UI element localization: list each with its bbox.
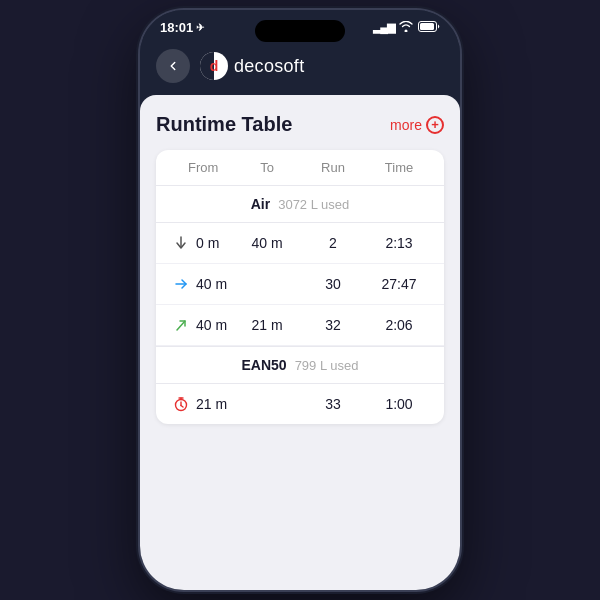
battery-icon [418,21,440,35]
wifi-icon [399,21,413,35]
table-row: 0 m 40 m 2 2:13 [156,223,444,264]
status-time: 18:01 ✈ [160,20,204,35]
from-value-4: 21 m [196,396,227,412]
section-sub-air: 3072 L used [278,197,349,212]
status-icons: ▂▄▆ [373,21,440,35]
cell-run-3: 32 [300,317,366,333]
cell-run-4: 33 [300,396,366,412]
section-sub-ean50: 799 L used [295,358,359,373]
section-label-air: Air [251,196,270,212]
cell-run-2: 30 [300,276,366,292]
app-name: decosoft [234,56,304,77]
cell-from-2: 40 m [168,275,234,293]
from-value-1: 0 m [196,235,219,251]
cell-time-3: 2:06 [366,317,432,333]
more-button[interactable]: more + [390,116,444,134]
table-row: 21 m 33 1:00 [156,384,444,424]
col-header-to: To [234,160,300,175]
cell-time-4: 1:00 [366,396,432,412]
ascent-icon [172,316,190,334]
col-header-time: Time [366,160,432,175]
more-label: more [390,117,422,133]
clock-time: 18:01 [160,20,193,35]
svg-rect-1 [420,23,434,30]
table-row: 40 m 21 m 32 2:06 [156,305,444,346]
cell-run-1: 2 [300,235,366,251]
col-header-from: From [168,160,234,175]
cell-from-4: 21 m [168,395,234,413]
svg-line-7 [181,406,183,408]
signal-icon: ▂▄▆ [373,21,394,34]
section-ean50: EAN50 799 L used [156,346,444,384]
cell-from-1: 0 m [168,234,234,252]
nav-bar: d decosoft [140,41,460,95]
cell-time-1: 2:13 [366,235,432,251]
dynamic-island [255,20,345,42]
logo-letter: d [210,58,219,74]
page-header: Runtime Table more + [156,113,444,136]
nav-logo: d decosoft [200,52,304,80]
table-header-row: From To Run Time [156,150,444,186]
phone-frame: 18:01 ✈ ▂▄▆ [140,10,460,590]
section-air: Air 3072 L used [156,186,444,223]
table-row: 40 m 30 27:47 [156,264,444,305]
app-logo-icon: d [200,52,228,80]
svg-line-4 [177,321,185,330]
from-value-3: 40 m [196,317,227,333]
cell-from-3: 40 m [168,316,234,334]
cell-to-1: 40 m [234,235,300,251]
page-title: Runtime Table [156,113,292,136]
cell-to-3: 21 m [234,317,300,333]
from-value-2: 40 m [196,276,227,292]
section-label-ean50: EAN50 [242,357,287,373]
descent-icon [172,234,190,252]
back-button[interactable] [156,49,190,83]
level-icon [172,275,190,293]
timer-icon [172,395,190,413]
cell-time-2: 27:47 [366,276,432,292]
col-header-run: Run [300,160,366,175]
content-area: Runtime Table more + From To Run Time [140,95,460,590]
more-plus-icon: + [426,116,444,134]
location-icon: ✈ [196,22,204,33]
runtime-table: From To Run Time Air 3072 L used [156,150,444,424]
